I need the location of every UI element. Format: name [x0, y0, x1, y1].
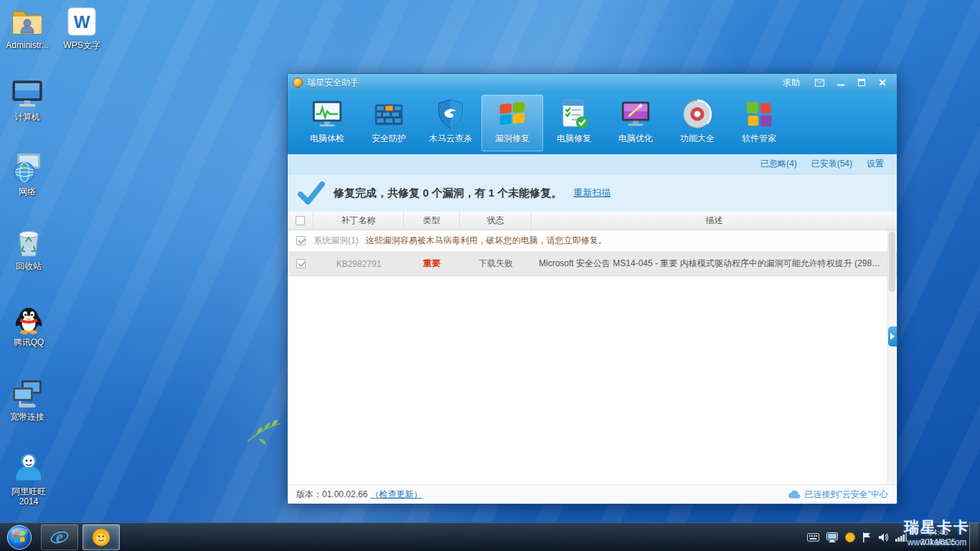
- close-icon: [879, 79, 886, 86]
- desktop-icon-label: 网络: [0, 187, 55, 197]
- table-empty-area: [288, 276, 897, 484]
- scrollbar-thumb[interactable]: [889, 232, 895, 292]
- desktop-icon-label: 阿里旺旺 2014: [1, 486, 56, 507]
- tool-label: 电脑体检: [310, 133, 344, 145]
- desktop-icon-label: 腾讯QQ: [1, 337, 56, 347]
- tool-label: 木马云查杀: [429, 133, 472, 145]
- desktop-icon-label: Administr...: [0, 40, 55, 50]
- patch-table: 补丁名称 类型 状态 描述 系统漏洞(1) 这些漏洞容易被木马病毒利用，破坏您的…: [288, 212, 897, 484]
- tool-label: 电脑修复: [557, 133, 591, 145]
- group-checkbox[interactable]: [296, 236, 306, 245]
- rising-tray-icon[interactable]: [845, 532, 855, 542]
- wallpaper-plant-decoration: [241, 405, 288, 452]
- desktop-icon-aliwangwang[interactable]: 阿里旺旺 2014: [1, 451, 56, 507]
- keyboard-tray-icon[interactable]: [807, 533, 819, 542]
- help-link[interactable]: 求助: [783, 77, 800, 89]
- desktop-icon-wps[interactable]: W WPS文字: [55, 4, 109, 50]
- internet-explorer-icon: e: [49, 527, 70, 548]
- group-title: 系统漏洞(1): [314, 235, 359, 247]
- start-button[interactable]: [0, 523, 39, 551]
- scrollbar[interactable]: [887, 230, 896, 484]
- system-tray: 14:46 2014/8/25: [807, 523, 980, 551]
- minimize-icon: [837, 79, 844, 86]
- tool-software-manager[interactable]: 软件管家: [728, 95, 790, 151]
- taskbar-button-rising[interactable]: [83, 524, 120, 550]
- column-header-type: 类型: [404, 212, 460, 230]
- main-toolbar: 电脑体检 安全防护 木马云查杀 漏洞修复 电脑修复 电脑优化: [288, 91, 897, 154]
- taskbar-clock[interactable]: 14:46 2014/8/25: [914, 528, 962, 547]
- disc-icon: [681, 98, 714, 131]
- tool-label: 软件管家: [742, 133, 776, 145]
- desktop-icon-recycle-bin[interactable]: 回收站: [1, 225, 56, 271]
- select-all-checkbox[interactable]: [296, 216, 305, 225]
- tool-security-protection[interactable]: 安全防护: [358, 95, 420, 151]
- cloud-icon: [788, 490, 801, 499]
- status-message: 修复完成，共修复 0 个漏洞，有 1 个未能修复。: [334, 187, 562, 200]
- side-panel-toggle[interactable]: [888, 326, 897, 347]
- desktop-icon-network[interactable]: 网络: [0, 151, 55, 197]
- optimize-wand-icon: [619, 98, 652, 131]
- desktop-icon-qq[interactable]: 腾讯QQ: [1, 301, 56, 347]
- network-globe-icon: [10, 151, 44, 185]
- firewall-icon: [372, 98, 405, 131]
- feedback-button[interactable]: [810, 76, 829, 89]
- desktop-icon-label: 宽带连接: [0, 412, 55, 422]
- tool-pc-optimize[interactable]: 电脑优化: [605, 95, 666, 151]
- row-checkbox[interactable]: [296, 259, 306, 268]
- envelope-icon: [815, 79, 824, 87]
- user-folder-icon: [10, 4, 44, 39]
- window-footer: 版本：01.00.02.66 （检查更新） 已连接到"云安全"中心: [288, 484, 897, 504]
- maximize-button[interactable]: [852, 76, 871, 89]
- computer-icon: [10, 76, 44, 110]
- network-icon[interactable]: [895, 533, 907, 542]
- desktop-icon-broadband[interactable]: 宽带连接: [0, 376, 55, 422]
- success-check-icon: [298, 181, 325, 205]
- show-desktop-button[interactable]: [969, 523, 979, 551]
- cell-status: 下载失败: [460, 258, 532, 270]
- repair-status-banner: 修复完成，共修复 0 个漏洞，有 1 个未能修复。 重新扫描: [288, 174, 897, 212]
- cell-type: 重要: [404, 258, 460, 270]
- version-text: 版本：01.00.02.66: [296, 489, 367, 501]
- tool-pc-checkup[interactable]: 电脑体检: [296, 95, 358, 151]
- aliwangwang-icon: [11, 451, 46, 485]
- repair-checklist-icon: [557, 98, 590, 131]
- shield-icon: [434, 98, 467, 131]
- check-update-link[interactable]: （检查更新）: [370, 489, 422, 501]
- action-center-flag-icon[interactable]: [862, 532, 871, 542]
- tool-pc-repair[interactable]: 电脑修复: [543, 95, 605, 151]
- clock-date: 2014/8/25: [920, 537, 956, 547]
- column-header-status: 状态: [460, 212, 532, 230]
- desktop: Administr... W WPS文字 计算机 网络 回收站 腾讯QQ: [0, 0, 980, 551]
- column-header-patch: 补丁名称: [314, 212, 404, 230]
- broadband-connection-icon: [10, 376, 44, 410]
- software-blocks-icon: [743, 98, 776, 131]
- clock-time: 14:46: [920, 528, 956, 537]
- tool-label: 功能大全: [680, 133, 715, 145]
- maximize-icon: [858, 79, 865, 86]
- tool-all-functions[interactable]: 功能大全: [666, 95, 728, 151]
- settings-link[interactable]: 设置: [867, 158, 884, 170]
- close-button[interactable]: [872, 76, 892, 89]
- speaker-icon[interactable]: [878, 533, 888, 542]
- installed-link[interactable]: 已安装(54): [811, 158, 852, 170]
- table-row[interactable]: KB2982791 重要 下载失败 Microsoft 安全公告 MS14-04…: [288, 252, 897, 276]
- window-title: 瑞星安全助手: [307, 77, 359, 89]
- taskbar-button-ie[interactable]: e: [41, 524, 78, 550]
- desktop-icon-administrator[interactable]: Administr...: [0, 4, 55, 50]
- minimize-button[interactable]: [831, 76, 850, 89]
- table-header-row: 补丁名称 类型 状态 描述: [288, 212, 897, 230]
- tool-trojan-cloud-scan[interactable]: 木马云查杀: [420, 95, 481, 151]
- group-row[interactable]: 系统漏洞(1) 这些漏洞容易被木马病毒利用，破坏您的电脑，请您立即修复。: [288, 230, 897, 252]
- svg-text:W: W: [74, 12, 90, 32]
- desktop-icon-label: 回收站: [1, 261, 56, 271]
- tool-vulnerability-repair[interactable]: 漏洞修复: [481, 95, 543, 151]
- windows-start-icon: [6, 524, 32, 550]
- ignored-link[interactable]: 已忽略(4): [760, 158, 797, 170]
- rescan-link[interactable]: 重新扫描: [573, 187, 611, 199]
- app-window: 瑞星安全助手 求助 电脑体检 安全防护: [287, 73, 897, 504]
- cell-patch-name: KB2982791: [314, 259, 404, 269]
- display-tray-icon[interactable]: [826, 532, 838, 542]
- app-logo-icon: [293, 77, 303, 88]
- desktop-icon-computer[interactable]: 计算机: [0, 76, 55, 122]
- tool-label: 电脑优化: [618, 133, 653, 145]
